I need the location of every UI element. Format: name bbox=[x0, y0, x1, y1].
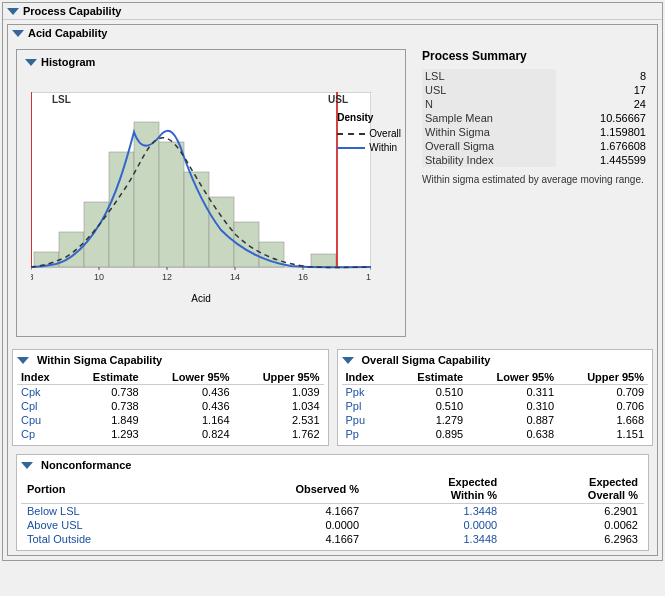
nc-portion: Total Outside bbox=[21, 532, 194, 546]
svg-text:8: 8 bbox=[31, 272, 34, 282]
ws-row: Cpk0.7380.4361.039 bbox=[17, 385, 324, 400]
process-summary-title: Process Summary bbox=[422, 49, 649, 63]
nonconformance-section: Nonconformance Portion Observed % Expect… bbox=[16, 454, 649, 551]
process-capability-header: Process Capability bbox=[3, 3, 662, 20]
ws-index: Cpk bbox=[17, 385, 68, 400]
svg-rect-4 bbox=[109, 152, 134, 267]
histogram-area: LSL USL Density Overall Within bbox=[21, 92, 401, 332]
within-sigma-collapse-icon[interactable] bbox=[17, 357, 29, 364]
nc-observed: 4.1667 bbox=[194, 504, 365, 519]
histogram-legend: Density Overall Within bbox=[337, 112, 401, 153]
histogram-title: Histogram bbox=[41, 56, 95, 68]
os-row: Ppk0.5100.3110.709 bbox=[342, 385, 649, 400]
histogram-svg: 8 10 12 14 bbox=[31, 92, 371, 287]
acid-collapse-icon[interactable] bbox=[12, 30, 24, 37]
ps-label: Sample Mean bbox=[422, 111, 556, 125]
ps-row: N24 bbox=[422, 97, 649, 111]
os-lower: 0.310 bbox=[467, 399, 558, 413]
ps-value: 10.56667 bbox=[556, 111, 649, 125]
overall-sigma-table: Index Estimate Lower 95% Upper 95% Ppk0.… bbox=[342, 370, 649, 441]
ws-upper: 1.034 bbox=[234, 399, 324, 413]
ps-value: 17 bbox=[556, 83, 649, 97]
x-axis-label: Acid bbox=[31, 293, 371, 304]
histogram-row: Histogram LSL USL Density Overall bbox=[8, 41, 657, 345]
svg-rect-3 bbox=[84, 202, 109, 267]
ws-index: Cpl bbox=[17, 399, 68, 413]
svg-text:10: 10 bbox=[94, 272, 104, 282]
ws-row: Cp1.2930.8241.762 bbox=[17, 427, 324, 441]
nonconf-collapse-icon[interactable] bbox=[21, 462, 33, 469]
ws-estimate: 0.738 bbox=[68, 385, 143, 400]
os-index: Ppl bbox=[342, 399, 393, 413]
nc-expected-within: 1.3448 bbox=[365, 504, 503, 519]
svg-rect-6 bbox=[159, 142, 184, 267]
ps-label: Stability Index bbox=[422, 153, 556, 167]
ps-value: 1.445599 bbox=[556, 153, 649, 167]
ws-lower: 0.436 bbox=[143, 399, 234, 413]
nc-portion: Below LSL bbox=[21, 504, 194, 519]
nc-expected-within: 1.3448 bbox=[365, 532, 503, 546]
os-upper: 1.668 bbox=[558, 413, 648, 427]
svg-text:12: 12 bbox=[162, 272, 172, 282]
nc-expected-overall: 0.0062 bbox=[503, 518, 644, 532]
svg-rect-11 bbox=[311, 254, 336, 267]
ws-col-index: Index bbox=[17, 370, 68, 385]
os-index: Ppk bbox=[342, 385, 393, 400]
overall-sigma-collapse-icon[interactable] bbox=[342, 357, 354, 364]
ps-value: 1.159801 bbox=[556, 125, 649, 139]
os-upper: 0.706 bbox=[558, 399, 648, 413]
ps-value: 1.676608 bbox=[556, 139, 649, 153]
hist-collapse-icon[interactable] bbox=[25, 59, 37, 66]
nonconformance-title-text: Nonconformance bbox=[41, 459, 131, 471]
os-col-upper: Upper 95% bbox=[558, 370, 648, 385]
os-estimate: 0.510 bbox=[392, 399, 467, 413]
overall-line-icon bbox=[337, 133, 365, 135]
process-summary-table: LSL8USL17N24Sample Mean10.56667Within Si… bbox=[422, 69, 649, 167]
collapse-icon[interactable] bbox=[7, 8, 19, 15]
ws-estimate: 1.293 bbox=[68, 427, 143, 441]
nc-col-expected-within: ExpectedWithin % bbox=[365, 475, 503, 504]
svg-text:16: 16 bbox=[298, 272, 308, 282]
ps-row: USL17 bbox=[422, 83, 649, 97]
acid-capability-header: Acid Capability bbox=[8, 25, 657, 41]
ps-value: 8 bbox=[556, 69, 649, 83]
os-index: Ppu bbox=[342, 413, 393, 427]
ws-lower: 1.164 bbox=[143, 413, 234, 427]
overall-sigma-section: Overall Sigma Capability Index Estimate … bbox=[337, 349, 654, 446]
within-sigma-table: Index Estimate Lower 95% Upper 95% Cpk0.… bbox=[17, 370, 324, 441]
nonconformance-wrapper: Nonconformance Portion Observed % Expect… bbox=[12, 454, 653, 551]
nc-row: Below LSL4.16671.34486.2901 bbox=[21, 504, 644, 519]
ws-upper: 1.762 bbox=[234, 427, 324, 441]
ws-upper: 1.039 bbox=[234, 385, 324, 400]
ws-index: Cpu bbox=[17, 413, 68, 427]
nc-col-expected-overall: ExpectedOverall % bbox=[503, 475, 644, 504]
ws-col-estimate: Estimate bbox=[68, 370, 143, 385]
nc-col-portion: Portion bbox=[21, 475, 194, 504]
nc-row: Total Outside4.16671.34486.2963 bbox=[21, 532, 644, 546]
ps-label: USL bbox=[422, 83, 556, 97]
usl-label: USL bbox=[328, 94, 348, 105]
acid-capability-panel: Acid Capability Histogram LSL USL Densit… bbox=[7, 24, 658, 556]
ws-estimate: 0.738 bbox=[68, 399, 143, 413]
os-col-lower: Lower 95% bbox=[467, 370, 558, 385]
os-upper: 0.709 bbox=[558, 385, 648, 400]
os-estimate: 0.895 bbox=[392, 427, 467, 441]
nc-row: Above USL0.00000.00000.0062 bbox=[21, 518, 644, 532]
nc-observed: 0.0000 bbox=[194, 518, 365, 532]
nc-expected-within: 0.0000 bbox=[365, 518, 503, 532]
ps-row: Stability Index1.445599 bbox=[422, 153, 649, 167]
ps-row: LSL8 bbox=[422, 69, 649, 83]
capability-tables-row: Within Sigma Capability Index Estimate L… bbox=[8, 345, 657, 450]
within-sigma-title: Within Sigma Capability bbox=[17, 354, 324, 366]
ps-value: 24 bbox=[556, 97, 649, 111]
os-row: Ppu1.2790.8871.668 bbox=[342, 413, 649, 427]
ps-row: Within Sigma1.159801 bbox=[422, 125, 649, 139]
within-line-icon bbox=[337, 147, 365, 149]
ps-label: Within Sigma bbox=[422, 125, 556, 139]
os-lower: 0.887 bbox=[467, 413, 558, 427]
os-lower: 0.311 bbox=[467, 385, 558, 400]
ws-lower: 0.824 bbox=[143, 427, 234, 441]
os-row: Pp0.8950.6381.151 bbox=[342, 427, 649, 441]
svg-rect-8 bbox=[209, 197, 234, 267]
os-estimate: 0.510 bbox=[392, 385, 467, 400]
